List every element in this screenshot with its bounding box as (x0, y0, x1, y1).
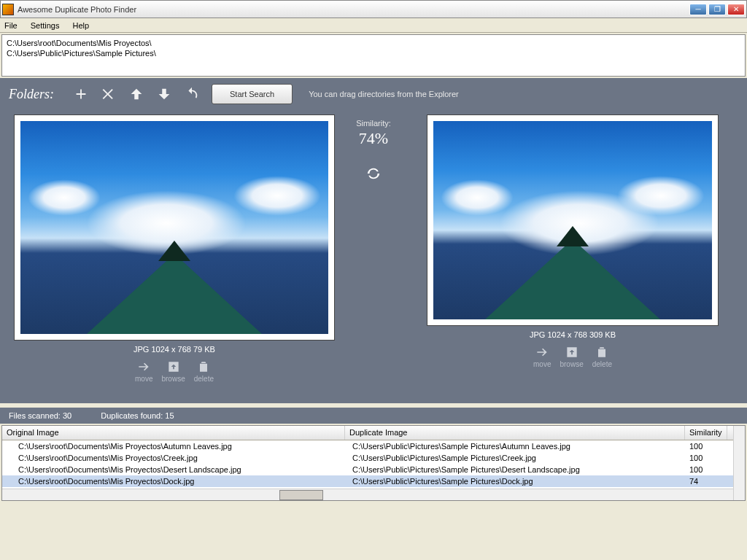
right-image-info: JPG 747 x 560 309 KB (530, 330, 616, 339)
move-down-button[interactable] (150, 80, 178, 108)
table-row[interactable]: C:\Users\root\Documents\Mis Proyectos\Cr… (2, 452, 733, 464)
left-browse-button[interactable]: browse (161, 359, 185, 383)
right-panel: JPG 747 x 560 309 KB move browse delete (403, 114, 743, 399)
right-image (433, 121, 712, 319)
files-scanned: Files scanned: 30 (9, 411, 71, 420)
toolbar-hint: You can drag directories from the Explor… (309, 90, 459, 98)
duplicates-found: Duplicates found: 15 (101, 411, 174, 420)
right-image-frame[interactable] (427, 114, 719, 326)
maximize-button[interactable]: ❐ (708, 4, 726, 15)
col-similarity[interactable]: Similarity (685, 426, 727, 440)
similarity-label: Similarity: (356, 119, 391, 128)
compare-area: JPG 747 x 560 79 KB move browse delete … (0, 110, 747, 403)
left-delete-button[interactable]: delete (194, 359, 214, 383)
grid-header: Original Image Duplicate Image Similarit… (2, 426, 733, 440)
vertical-scrollbar[interactable] (733, 426, 745, 500)
refresh-button[interactable] (178, 80, 206, 108)
left-panel: JPG 747 x 560 79 KB move browse delete (4, 114, 344, 399)
table-row[interactable]: C:\Users\root\Documents\Mis Proyectos\Au… (2, 440, 733, 452)
remove-folder-button[interactable] (95, 80, 123, 108)
table-row[interactable]: C:\Users\root\Documents\Mis Proyectos\De… (2, 464, 733, 475)
col-duplicate[interactable]: Duplicate Image (345, 426, 685, 440)
left-image-info: JPG 747 x 560 79 KB (133, 345, 215, 354)
left-move-button[interactable]: move (135, 359, 152, 383)
left-image (20, 121, 328, 334)
titlebar: Awesome Duplicate Photo Finder ─ ❐ ✕ (0, 0, 747, 18)
swap-button[interactable] (365, 166, 382, 183)
horizontal-scrollbar[interactable] (2, 489, 733, 500)
left-image-frame[interactable] (14, 114, 335, 341)
add-folder-button[interactable] (67, 80, 95, 108)
folder-path[interactable]: C:\Users\root\Documents\Mis Proyectos\ (7, 38, 740, 48)
start-search-button[interactable]: Start Search (212, 84, 293, 104)
similarity-value: 74% (359, 129, 388, 148)
folder-path[interactable]: C:\Users\Public\Pictures\Sample Pictures… (7, 48, 740, 58)
menubar: File Settings Help (0, 18, 747, 33)
status-bar: Files scanned: 30 Duplicates found: 15 (0, 408, 747, 424)
folders-toolbar: Folders: Start Search You can drag direc… (0, 78, 747, 110)
right-browse-button[interactable]: browse (560, 345, 583, 368)
menu-help[interactable]: Help (72, 21, 89, 30)
folder-path-list[interactable]: C:\Users\root\Documents\Mis Proyectos\ C… (1, 34, 746, 77)
right-move-button[interactable]: move (533, 345, 551, 368)
right-delete-button[interactable]: delete (592, 345, 612, 368)
results-grid: Original Image Duplicate Image Similarit… (1, 425, 746, 501)
move-up-button[interactable] (123, 80, 150, 108)
col-original[interactable]: Original Image (2, 426, 345, 440)
similarity-panel: Similarity: 74% (344, 114, 403, 399)
app-icon (2, 4, 14, 15)
close-button[interactable]: ✕ (727, 4, 745, 15)
menu-settings[interactable]: Settings (31, 21, 60, 30)
toolbar-label: Folders: (9, 87, 54, 102)
grid-body[interactable]: C:\Users\root\Documents\Mis Proyectos\Au… (2, 440, 733, 489)
table-row[interactable]: C:\Users\root\Documents\Mis Proyectos\Do… (2, 475, 733, 487)
menu-file[interactable]: File (4, 21, 18, 30)
minimize-button[interactable]: ─ (689, 4, 707, 15)
window-title: Awesome Duplicate Photo Finder (18, 5, 689, 14)
